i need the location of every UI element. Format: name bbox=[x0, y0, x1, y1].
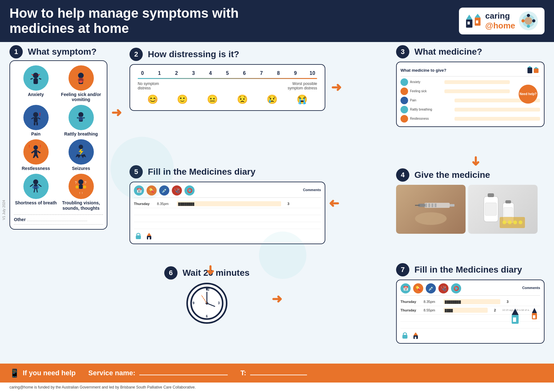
arrow-2-to-3: ➜ bbox=[331, 80, 342, 94]
service-label: Service name: bbox=[88, 369, 135, 377]
svg-rect-5 bbox=[476, 20, 478, 23]
restlessness-label: Restlessness bbox=[22, 166, 50, 171]
svg-rect-72 bbox=[488, 193, 494, 197]
med-icon-rattly bbox=[400, 106, 408, 113]
med-icon-anxiety bbox=[400, 78, 408, 86]
diary-icon-4: 🩺 bbox=[172, 185, 182, 196]
step2-title: How distressing is it? bbox=[148, 49, 239, 59]
pain-label: Pain bbox=[31, 131, 41, 137]
medicine-row-anxiety: Anxiety bbox=[400, 78, 540, 86]
diary7-time-b: 8.55pm bbox=[424, 308, 441, 312]
diary-icon-5: ⭕ bbox=[184, 185, 195, 196]
comments-header: Comments bbox=[197, 185, 321, 196]
svg-text:9: 9 bbox=[193, 301, 195, 305]
svg-marker-98 bbox=[413, 332, 418, 335]
med-bar-sick bbox=[444, 89, 510, 93]
small-house-icon bbox=[530, 307, 544, 321]
step5-circle: 5 bbox=[129, 165, 143, 178]
diary-row-empty-1 bbox=[134, 208, 321, 215]
scale-numbers: 0 1 2 3 4 5 6 7 8 9 10 bbox=[138, 70, 317, 76]
svg-rect-69 bbox=[435, 203, 437, 207]
svg-point-11 bbox=[521, 19, 525, 22]
med-icon-rest bbox=[400, 115, 408, 123]
svg-rect-30 bbox=[34, 122, 35, 125]
symptom-pain: ! Pain bbox=[14, 105, 58, 137]
step2-box: 2 How distressing is it? 0 1 2 3 4 5 6 7… bbox=[129, 48, 325, 111]
svg-rect-102 bbox=[513, 317, 516, 322]
other-row: Other bbox=[14, 214, 103, 222]
shortness-label: Shortness of breath bbox=[15, 200, 57, 206]
diary7-num-b: 2 bbox=[490, 308, 500, 312]
diary7-footer-lock-icon bbox=[400, 331, 409, 340]
seizures-icon bbox=[69, 139, 94, 165]
step6-circle: 6 bbox=[164, 266, 178, 280]
other-label: Other bbox=[14, 217, 26, 222]
diary-row-empty-2 bbox=[134, 215, 321, 222]
diary7-num-a: 3 bbox=[503, 300, 512, 304]
svg-marker-104 bbox=[532, 308, 537, 313]
footer-service-area: Service name: bbox=[88, 369, 228, 377]
medicine-card-logo bbox=[527, 66, 540, 75]
footer-t-area: T: bbox=[240, 369, 307, 377]
arrow-5-to-6: ➜ bbox=[203, 265, 218, 276]
face-1: 😊 bbox=[147, 94, 158, 105]
step7-box: 7 Fill in the Medicines diary 📅 💊 💉 🩺 ⭕ … bbox=[396, 263, 545, 344]
logo-text-block: caring @home bbox=[485, 11, 515, 31]
diary-footer-7 bbox=[400, 331, 540, 340]
face-3: 😐 bbox=[207, 94, 218, 105]
symptoms-grid: Anxiety Feeling sick and/or vomiting bbox=[14, 65, 103, 211]
svg-point-70 bbox=[415, 212, 447, 225]
svg-rect-31 bbox=[36, 122, 38, 125]
medicine-rows: Anxiety Feeling sick Need help? Pain bbox=[400, 78, 540, 123]
anxiety-label: Anxiety bbox=[28, 92, 44, 97]
svg-text:!: ! bbox=[40, 144, 41, 149]
svg-point-8 bbox=[525, 17, 532, 25]
troubling-label: Troubling visions, sounds, thoughts bbox=[59, 200, 103, 211]
svg-point-10 bbox=[527, 25, 530, 28]
distress-scale: 0 1 2 3 4 5 6 7 8 9 10 No symptom distre… bbox=[129, 64, 325, 111]
svg-point-24 bbox=[79, 81, 83, 83]
diary-icon-3: 💉 bbox=[159, 185, 169, 196]
header: How to help manage symptoms with medicin… bbox=[0, 0, 554, 42]
med-bar-rattly bbox=[455, 108, 540, 112]
medicine-bottles-image bbox=[468, 185, 538, 234]
rattly-icon bbox=[69, 105, 94, 130]
diary-row-5: Thursday 8.35pm ████████ 3 bbox=[134, 200, 321, 208]
scale-labels: No symptom distress Worst possible sympt… bbox=[138, 81, 317, 90]
t-line bbox=[250, 375, 307, 375]
diary-time-5: 8.35pm bbox=[157, 202, 174, 206]
caring-home-house-decoration bbox=[509, 307, 544, 326]
svg-rect-73 bbox=[485, 203, 497, 215]
svg-rect-58 bbox=[527, 68, 532, 73]
step5-title: Fill in the Medicines diary bbox=[148, 167, 256, 177]
diary7-icon-5: ⭕ bbox=[451, 283, 461, 293]
seizures-label: Seizures bbox=[72, 166, 90, 171]
diary-icon-2: 💊 bbox=[147, 185, 157, 196]
svg-marker-59 bbox=[527, 66, 532, 68]
diary7-divider bbox=[400, 295, 540, 296]
step1-title: What symptom? bbox=[28, 47, 97, 57]
diary-table-header-5: 📅 💊 💉 🩺 ⭕ Comments bbox=[134, 185, 321, 196]
diary-table-header-7: 📅 💊 💉 🩺 ⭕ Comments bbox=[400, 283, 540, 293]
svg-marker-1 bbox=[466, 15, 473, 20]
svg-rect-60 bbox=[534, 69, 539, 73]
svg-point-79 bbox=[508, 220, 512, 224]
svg-point-81 bbox=[519, 220, 522, 224]
svg-marker-84 bbox=[147, 233, 151, 236]
scale-faces: 😊 🙂 😐 😟 😢 😭 bbox=[138, 94, 317, 105]
svg-rect-96 bbox=[402, 335, 407, 339]
svg-text:!: ! bbox=[79, 191, 80, 195]
svg-text:6: 6 bbox=[206, 315, 208, 318]
medicine-card-header: What medicine to give? bbox=[400, 66, 540, 76]
svg-rect-15 bbox=[33, 78, 38, 84]
svg-rect-66 bbox=[425, 203, 427, 207]
arrow-3-to-4: ➜ bbox=[469, 156, 483, 167]
svg-text:?: ? bbox=[84, 181, 86, 184]
step7-title: Fill in the Medicines diary bbox=[414, 265, 522, 275]
svg-text:!: ! bbox=[39, 112, 41, 117]
face-2: 🙂 bbox=[177, 94, 188, 105]
svg-rect-99 bbox=[415, 337, 416, 339]
rattly-label: Rattly breathing bbox=[64, 131, 98, 137]
svg-rect-2 bbox=[467, 21, 470, 24]
svg-rect-75 bbox=[505, 200, 511, 203]
